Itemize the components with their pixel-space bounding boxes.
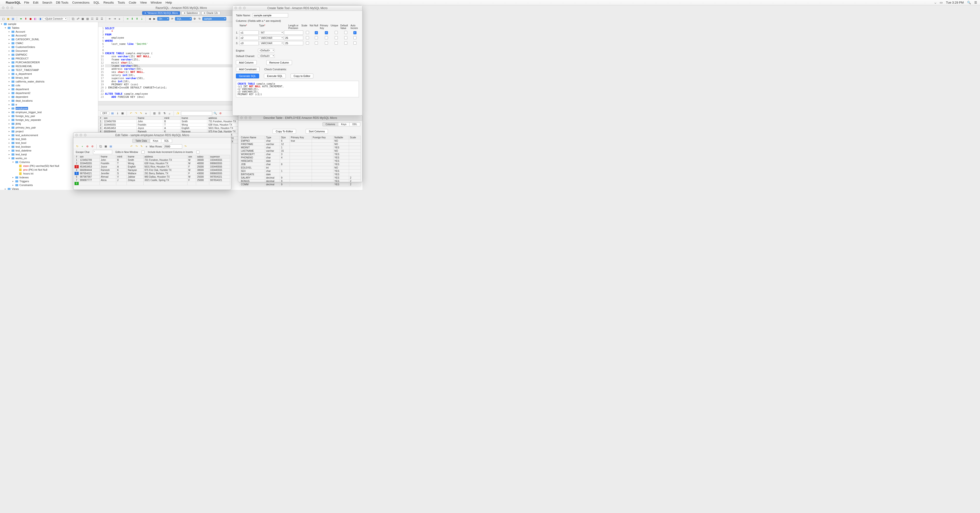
col-header[interactable]: Foreign Key	[312, 136, 334, 139]
maxrows-input[interactable]	[163, 144, 182, 149]
filter2-icon[interactable]: ⌕	[167, 112, 172, 115]
minimize-icon[interactable]	[6, 6, 9, 9]
cell[interactable]: 333445555	[103, 123, 137, 127]
tables-icon[interactable]: ▦	[81, 17, 84, 21]
grid-icon[interactable]: ▦	[104, 145, 108, 148]
checkbox[interactable]	[306, 36, 309, 39]
tree-table[interactable]: ▸dependent	[0, 95, 98, 99]
col-header[interactable]: ssn	[103, 116, 137, 120]
run-icon[interactable]: ➜	[126, 17, 129, 21]
cell[interactable]: 30000	[196, 158, 209, 162]
col-header[interactable]: minit	[163, 116, 180, 120]
tree-table[interactable]: ▸e	[0, 103, 98, 107]
layout2-icon[interactable]: ☲	[100, 17, 104, 21]
checkbox[interactable]	[315, 41, 318, 45]
tree-table[interactable]: ▸CustomerOrders	[0, 45, 98, 49]
close-icon[interactable]	[234, 7, 237, 10]
menu-window[interactable]: Window	[151, 1, 162, 4]
cell[interactable]	[79, 182, 100, 185]
tree-table[interactable]: ▸jkhkj	[0, 122, 98, 126]
edit-table-tab[interactable]: Table Data	[132, 139, 150, 143]
cell[interactable]: 980 Dallas, Houston TX	[143, 175, 187, 178]
col-name-input[interactable]	[240, 36, 259, 40]
tree-table[interactable]: ▸primary_key_pair	[0, 126, 98, 129]
col-icon[interactable]: ▥	[153, 112, 156, 115]
checkbox[interactable]	[335, 41, 338, 45]
cell[interactable]: Smith	[180, 120, 207, 123]
format-icon[interactable]: ≡	[145, 145, 148, 148]
menu-help[interactable]: Help	[165, 1, 172, 4]
cell[interactable]: John	[137, 120, 163, 123]
rows-icon[interactable]: ☷	[91, 17, 94, 21]
checkbox[interactable]	[353, 36, 356, 39]
cell[interactable]: 731 Fondren, Houston TX	[143, 158, 187, 162]
col-length-input[interactable]	[284, 36, 303, 40]
cell[interactable]	[196, 182, 209, 185]
cell[interactable]: Wallace	[127, 172, 143, 175]
save-icon[interactable]: ▤	[109, 145, 113, 148]
cell[interactable]: 999887777	[79, 178, 100, 182]
col-header[interactable]: lname	[127, 155, 143, 158]
tools-icon[interactable]: ◨	[38, 17, 42, 21]
checkbox[interactable]	[344, 31, 347, 34]
cell[interactable]: Zelaya	[127, 178, 143, 182]
tree-table[interactable]: ▸PURCHASEORDER	[0, 61, 98, 64]
cell[interactable]: A	[163, 127, 180, 130]
paste-icon[interactable]: ☍	[76, 17, 80, 21]
checkbox[interactable]	[335, 31, 338, 34]
col-header[interactable]: Scale	[349, 136, 361, 139]
cell[interactable]: 5631 Rice, Houston TX	[143, 165, 187, 169]
tree-table[interactable]: ▸EMPMDC	[0, 53, 98, 57]
menu-db-tools[interactable]: DB Tools	[56, 1, 68, 4]
tree-table[interactable]: ▸CATEGORY_SUNIL	[0, 37, 98, 41]
cell[interactable]: 38000	[196, 169, 209, 172]
col-type-combo[interactable]: VARCHAR	[259, 41, 283, 45]
checkbox[interactable]: ✓	[315, 31, 318, 34]
grid-icon[interactable]: ▦	[121, 112, 124, 115]
cell[interactable]: 888665555	[209, 172, 230, 175]
cell[interactable]: 43000	[196, 172, 209, 175]
zoom-icon[interactable]	[249, 116, 251, 119]
menu-connections[interactable]: Connections	[72, 1, 89, 4]
close-icon[interactable]	[75, 134, 78, 136]
menu-code[interactable]: Code	[129, 1, 136, 4]
tree-table[interactable]: ▸foreign_key_separate	[0, 118, 98, 122]
cell[interactable]: M	[187, 169, 196, 172]
cell[interactable]	[116, 182, 127, 185]
open-icon[interactable]: ▣	[6, 17, 10, 21]
col-name-input[interactable]	[240, 41, 259, 45]
tree-table[interactable]: ▸Account	[0, 30, 98, 33]
cancel-icon[interactable]: ⊘	[91, 145, 94, 148]
cell[interactable]: M	[187, 175, 196, 178]
tree-table[interactable]: ▸TEST_TIMESTAMP	[0, 68, 98, 72]
cell[interactable]: 333445555	[209, 169, 230, 172]
execute-sql-button[interactable]: Execute SQL	[264, 73, 286, 78]
close-tab-icon[interactable]: ✕	[184, 12, 186, 14]
tree-table[interactable]: ▸cols	[0, 83, 98, 87]
close-tab-icon[interactable]: ✕	[204, 12, 205, 14]
tree-table[interactable]: ▸employee	[0, 107, 98, 110]
close-tab-icon[interactable]: ✕	[144, 12, 146, 14]
cell[interactable]: F	[187, 172, 196, 175]
battery-icon[interactable]: ▭	[940, 1, 943, 4]
cell[interactable]: T	[163, 123, 180, 127]
edit-table-tab[interactable]: Keys	[150, 139, 161, 143]
cell[interactable]: K	[116, 169, 127, 172]
edit-table-tab[interactable]: SQL	[161, 139, 172, 143]
refresh-icon[interactable]: ↻	[197, 17, 201, 21]
cell[interactable]: J	[116, 178, 127, 182]
cell[interactable]: 40000	[196, 162, 209, 165]
menu-tools[interactable]: Tools	[118, 1, 125, 4]
cell[interactable]: 453453453	[103, 127, 137, 130]
sort-columns-button[interactable]: Sort Columns	[305, 129, 328, 134]
describe-grid[interactable]: Column NameTypeSizePrimary KeyForeign Ke…	[240, 136, 361, 186]
col-header[interactable]: Type	[265, 136, 280, 139]
cell[interactable]: 25000	[196, 178, 209, 182]
connection-tab[interactable]: ✕Salesforce	[181, 11, 200, 15]
search-results-icon[interactable]: 🔍	[213, 112, 217, 115]
describe-tab[interactable]: Columns	[323, 122, 338, 126]
checkbox[interactable]	[353, 41, 356, 45]
copy-icon[interactable]: ⿻	[71, 17, 75, 21]
edits-new-window-checkbox[interactable]	[142, 151, 145, 154]
generated-sql[interactable]: CREATE TABLE sample.sample (c1 INT NOT N…	[236, 81, 359, 97]
